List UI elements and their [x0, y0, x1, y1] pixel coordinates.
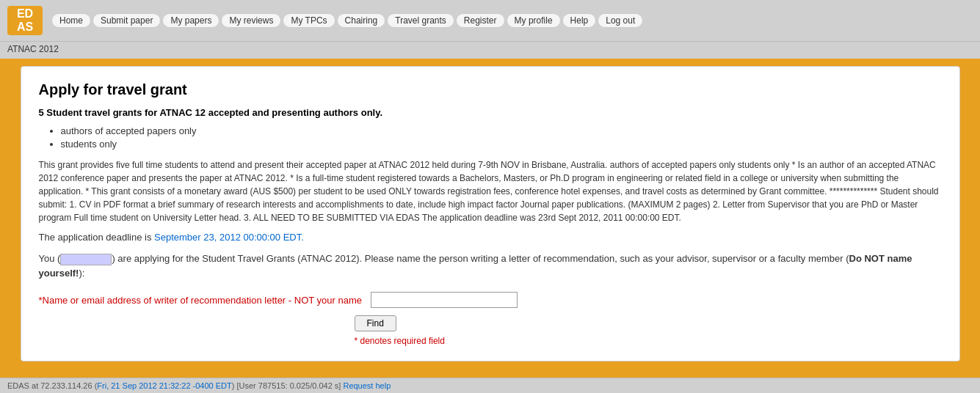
bullet-item: authors of accepted papers only: [61, 125, 942, 136]
nav-log-out[interactable]: Log out: [598, 13, 643, 28]
header: ED AS HomeSubmit paperMy papersMy review…: [0, 0, 980, 42]
main-wrapper: Apply for travel grant 5 Student travel …: [0, 59, 980, 369]
recommendation-name-input[interactable]: [371, 292, 518, 308]
applying-line: You () are applying for the Student Trav…: [39, 251, 942, 280]
deadline-line: The application deadline is September 23…: [39, 232, 942, 243]
nav-help[interactable]: Help: [562, 13, 597, 28]
subtitle: 5 Student travel grants for ATNAC 12 acc…: [39, 107, 942, 118]
nav-my-reviews[interactable]: My reviews: [221, 13, 281, 28]
field-label-text: Name or email address of writer of recom…: [43, 295, 362, 306]
applying-end: ):: [79, 268, 84, 279]
nav-my-profile[interactable]: My profile: [507, 13, 561, 28]
nav-my-papers[interactable]: My papers: [162, 13, 219, 28]
content-box: Apply for travel grant 5 Student travel …: [21, 66, 960, 361]
breadcrumb-bar: ATNAC 2012: [0, 42, 980, 59]
nav-register[interactable]: Register: [456, 13, 505, 28]
field-label: *Name or email address of writer of reco…: [39, 295, 363, 306]
deadline-prefix: The application deadline is: [39, 232, 155, 243]
nav-submit-paper[interactable]: Submit paper: [92, 13, 161, 28]
description: This grant provides five full time stude…: [39, 158, 942, 224]
deadline-link[interactable]: September 23, 2012 00:00:00 EDT.: [154, 232, 304, 243]
bullet-list: authors of accepted papers onlystudents …: [61, 125, 942, 150]
nav-travel-grants[interactable]: Travel grants: [387, 13, 454, 28]
nav-my-tpcs[interactable]: My TPCs: [283, 13, 335, 28]
breadcrumb: ATNAC 2012: [7, 44, 59, 54]
navigation: HomeSubmit paperMy papersMy reviewsMy TP…: [51, 13, 643, 28]
edas-logo: ED AS: [7, 6, 43, 35]
form-section: *Name or email address of writer of reco…: [39, 292, 942, 346]
page-title: Apply for travel grant: [39, 81, 942, 98]
find-button[interactable]: Find: [355, 315, 396, 331]
find-area: Find * denotes required field: [355, 315, 942, 346]
username-placeholder: [60, 254, 112, 265]
applying-prefix: You (: [39, 253, 61, 264]
nav-home[interactable]: Home: [51, 13, 91, 28]
required-note: * denotes required field: [355, 336, 942, 346]
nav-chairing[interactable]: Chairing: [337, 13, 386, 28]
applying-middle: ) are applying for the Student Travel Gr…: [112, 253, 849, 264]
bullet-item: students only: [61, 139, 942, 150]
find-and-note: Find * denotes required field: [355, 315, 942, 346]
field-row: *Name or email address of writer of reco…: [39, 292, 942, 308]
